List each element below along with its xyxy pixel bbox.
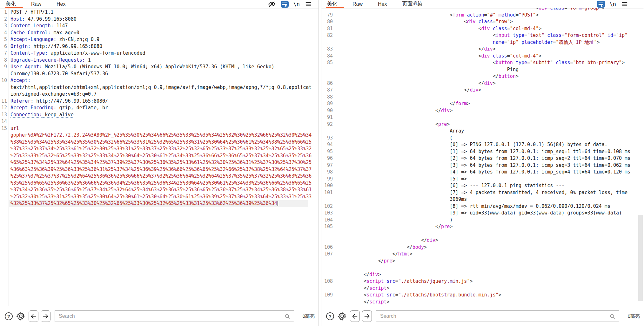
code-line-text: 3069ms — [336, 196, 467, 203]
prev-match-button[interactable] — [350, 310, 360, 322]
line-number — [0, 194, 9, 200]
code-line-text: <form action="#" method="POST"> — [336, 12, 539, 19]
tab-beautify[interactable]: 美化 — [6, 0, 16, 8]
code-line-text: </form> — [336, 100, 470, 107]
code-row: 84 <div class="col-md-4"> — [321, 53, 644, 60]
code-row: 105 </pre> — [321, 223, 644, 230]
line-number — [321, 285, 336, 292]
code-line-text: Accept-Encoding: gzip, deflate, br — [9, 105, 108, 112]
line-number: 99 — [321, 176, 336, 183]
code-line-text: </div> — [336, 237, 438, 244]
code-line-text: <script src="./attachs/jquery.min.js"> — [336, 278, 473, 285]
line-number: 102 — [321, 203, 336, 210]
code-row: %32%25%33%37%25%32%65%25%33%30%25%32%65%… — [0, 200, 319, 207]
line-number: 108 — [321, 278, 336, 285]
code-row: 79 <form action="#" method="POST"> — [321, 12, 644, 19]
code-line-text: Upgrade-Insecure-Requests: 1 — [9, 57, 91, 64]
request-code-rows: 1POST / HTTP/1.12Host: 47.96.99.165:8080… — [0, 8, 319, 207]
code-row: </div> — [321, 237, 644, 244]
line-number — [0, 200, 9, 207]
line-number — [321, 66, 336, 73]
line-number: 5 — [0, 36, 9, 43]
tab-hex[interactable]: Hex — [57, 0, 65, 8]
line-number — [0, 146, 9, 153]
tab-render[interactable]: 页面渲染 — [402, 0, 422, 8]
code-row: 99 [5] => — [321, 176, 644, 183]
tab-raw[interactable]: Raw — [352, 0, 363, 8]
tab-hex[interactable]: Hex — [378, 0, 387, 8]
menu-icon[interactable] — [621, 1, 628, 8]
next-match-button[interactable] — [41, 310, 50, 322]
code-line-text: [2] => 64 bytes from 127.0.0.1: icmp_seq… — [336, 155, 630, 162]
request-editor[interactable]: 1POST / HTTP/1.12Host: 47.96.99.165:8080… — [0, 8, 319, 306]
code-row: 13Connection: keep-alive — [0, 112, 319, 119]
code-row: 100 [6] => --- 127.0.0.1 ping statistics… — [321, 182, 644, 189]
line-number: 103 — [321, 210, 336, 217]
code-row: 104 ) — [321, 217, 644, 224]
code-row: </div> — [321, 271, 644, 278]
search-input[interactable] — [376, 311, 619, 322]
code-row: 93 ( — [321, 135, 644, 142]
line-number: 86 — [321, 80, 336, 87]
code-row: 85 <button type="submit" class="btn btn-… — [321, 59, 644, 66]
prev-match-button[interactable] — [29, 310, 38, 322]
line-number — [0, 139, 9, 146]
line-number — [321, 196, 336, 203]
search-icon — [609, 313, 616, 321]
http-message-viewer: 美化RawHex \n 1POST / HTTP/1.12Host: 47.96… — [0, 0, 644, 326]
code-line-text: [6] => --- 127.0.0.1 ping statistics --- — [336, 182, 564, 189]
wrap-icon[interactable] — [597, 1, 605, 8]
code-row: 80 <div class="row"> — [321, 18, 644, 25]
line-number: 97 — [321, 162, 336, 169]
newline-icon[interactable]: \n — [293, 1, 300, 7]
tab-beautify[interactable]: 美化 — [327, 0, 337, 8]
code-row: 4Cache-Control: max-age=0 — [0, 30, 319, 37]
help-icon[interactable]: ? — [4, 312, 13, 321]
code-line-text — [336, 114, 338, 121]
code-line-text: <input type="text" class="form-control" … — [336, 32, 627, 39]
wrap-icon[interactable] — [281, 1, 289, 8]
code-row: 86 </div> — [321, 80, 644, 87]
code-line-text: %35%25%36%65%25%36%63%25%36%66%25%36%34%… — [9, 180, 312, 187]
request-toolbar-icons: \n — [268, 0, 319, 8]
code-line-text — [336, 264, 338, 271]
code-row: 106 </body> — [321, 244, 644, 251]
menu-icon[interactable] — [305, 1, 312, 8]
code-row: 3Content-Length: 1147 — [0, 23, 319, 30]
line-number — [321, 128, 336, 135]
settings-gear-icon[interactable] — [337, 311, 347, 321]
settings-gear-icon[interactable] — [16, 311, 26, 321]
help-icon[interactable]: ? — [326, 312, 334, 321]
code-line-text: </div> — [336, 107, 453, 114]
line-number: 7 — [0, 50, 9, 57]
response-tabbar: 美化RawHex页面渲染 \n — [321, 0, 644, 8]
response-panel: 美化RawHex页面渲染 \n <div class="form-group">… — [321, 0, 644, 326]
code-row: %37%33%25%37%34%25%33%61%25%32%30%25%33%… — [0, 146, 319, 153]
tab-raw[interactable]: Raw — [31, 0, 41, 8]
line-number — [0, 180, 9, 187]
highlight-count: 0高亮 — [628, 313, 640, 319]
code-row: %25%37%37%25%37%37%25%32%64%25%36%36%25%… — [0, 173, 319, 180]
code-row: 107 </html> — [321, 251, 644, 258]
next-match-button[interactable] — [362, 310, 372, 322]
code-line-text: </body> — [336, 244, 427, 251]
code-line-text: User-Agent: Mozilla/5.0 (Windows NT 10.0… — [9, 64, 274, 71]
code-line-text: %65%25%37%34%25%32%64%25%35%34%25%37%39%… — [9, 159, 312, 166]
eye-off-icon[interactable] — [268, 0, 276, 8]
search-input[interactable] — [55, 311, 294, 322]
code-row: 7Content-Type: application/x-www-form-ur… — [0, 50, 319, 57]
line-number: 80 — [321, 18, 336, 25]
line-number: 13 — [0, 112, 9, 119]
code-row: 82 <input type="text" class="form-contro… — [321, 32, 644, 39]
code-line-text: text/html,application/xhtml+xml,applicat… — [9, 84, 312, 91]
code-row: 103 [9] => uid=33(www-data) gid=33(www-d… — [321, 210, 644, 217]
line-number — [321, 8, 336, 12]
code-row: name="ip" placeholder="请输入 IP 地址"> — [321, 39, 644, 46]
request-statusbar: ? 0高亮 — [0, 306, 319, 326]
response-editor[interactable]: <div class="form-group">79 <form action=… — [321, 8, 644, 306]
code-line-text: ( — [336, 135, 453, 142]
vertical-scrollbar[interactable] — [638, 215, 643, 301]
newline-icon[interactable]: \n — [610, 1, 616, 7]
code-row: 2Host: 47.96.99.165:8080 — [0, 16, 319, 23]
code-line-text: %25%32%30%25%33%31%25%33%35%25%30%64%25%… — [9, 194, 312, 200]
